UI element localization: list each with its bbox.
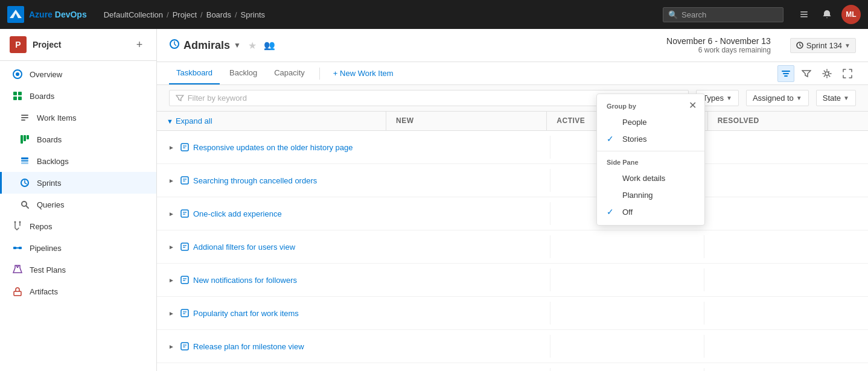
breadcrumb-item-3[interactable]: Sprints xyxy=(241,10,265,19)
sidebar-add-button[interactable]: + xyxy=(132,37,147,52)
main-layout: P Project + Overview Boards xyxy=(0,29,868,371)
work-item-title-0[interactable]: Responsive updates on the older history … xyxy=(193,143,353,152)
sidebar-item-workitems[interactable]: Work Items xyxy=(0,107,156,128)
expand-icon-1[interactable]: ► xyxy=(167,176,176,185)
cell-active-3 xyxy=(550,235,705,258)
sidebar-label-workitems: Work Items xyxy=(37,113,77,122)
sidebar-item-overview[interactable]: Overview xyxy=(0,63,156,85)
table-row: ► Searching through cancelled orders xyxy=(157,164,868,197)
settings-button[interactable] xyxy=(819,65,835,82)
user-avatar[interactable]: ML xyxy=(841,5,861,24)
sprint-dropdown-chevron[interactable]: ▼ xyxy=(234,41,241,49)
svg-rect-37 xyxy=(181,144,188,151)
sidebar-item-sprints[interactable]: Sprints xyxy=(0,172,156,194)
sprint-days-remaining: 6 work days remaining xyxy=(666,46,771,54)
expand-icon-2[interactable]: ► xyxy=(167,209,176,218)
group-by-button[interactable] xyxy=(777,65,794,82)
project-name: Project xyxy=(33,40,61,49)
expand-icon-5[interactable]: ► xyxy=(167,308,176,318)
work-item-title-4[interactable]: New notifications for followers xyxy=(193,276,297,285)
notification-icon[interactable] xyxy=(819,6,835,23)
work-item-title-6[interactable]: Release plan for milestone view xyxy=(193,342,304,351)
tab-taskboard[interactable]: Taskboard xyxy=(169,62,220,84)
side-pane-planning-label: Planning xyxy=(622,191,653,200)
cell-resolved-2 xyxy=(704,202,858,225)
fullscreen-button[interactable] xyxy=(839,65,856,82)
side-pane-work-details-item[interactable]: Work details xyxy=(597,170,704,186)
tab-bar: Taskboard Backlog Capacity + New Work It… xyxy=(157,62,868,85)
group-by-people-check xyxy=(607,117,616,127)
testplans-icon xyxy=(11,264,24,276)
cell-new-4 xyxy=(396,268,550,291)
svg-rect-9 xyxy=(13,97,17,100)
topbar-icon-group: ML xyxy=(796,5,861,24)
expand-icon-6[interactable]: ► xyxy=(167,341,176,351)
group-by-people-item[interactable]: People xyxy=(597,113,704,130)
breadcrumb-item-1[interactable]: Project xyxy=(173,10,197,19)
list-icon[interactable] xyxy=(796,6,812,23)
sidebar-label-testplans: Test Plans xyxy=(30,265,66,274)
state-filter-chip[interactable]: State ▼ xyxy=(816,90,856,106)
state-filter-label: State xyxy=(823,94,841,103)
pipelines-icon xyxy=(11,242,24,254)
work-item-cells-7 xyxy=(396,368,858,371)
assigned-to-chevron-icon: ▼ xyxy=(796,95,802,101)
sprint-selector[interactable]: Sprint 134 ▼ xyxy=(790,38,856,53)
table-row: ► Responsive updates on the older histor… xyxy=(157,131,868,164)
search-box[interactable]: 🔍 xyxy=(663,7,783,22)
tab-backlog[interactable]: Backlog xyxy=(222,62,264,84)
svg-rect-2 xyxy=(800,11,808,13)
sidebar-item-repos[interactable]: Repos xyxy=(0,215,156,237)
expand-icon-4[interactable]: ► xyxy=(167,275,176,285)
dropdown-close-button[interactable]: ✕ xyxy=(685,98,700,112)
group-by-stories-item[interactable]: ✓ Stories xyxy=(597,130,704,147)
expand-all-button[interactable]: ▼ Expand all xyxy=(167,116,376,125)
work-item-title-1[interactable]: Searching through cancelled orders xyxy=(193,176,317,185)
svg-rect-14 xyxy=(21,135,23,144)
side-pane-off-item[interactable]: ✓ Off xyxy=(597,203,704,220)
sidebar-item-artifacts[interactable]: Artifacts xyxy=(0,281,156,302)
svg-point-6 xyxy=(16,72,19,76)
svg-rect-43 xyxy=(181,210,188,217)
sidebar-item-testplans[interactable]: Test Plans xyxy=(0,259,156,281)
side-pane-work-details-check xyxy=(607,173,616,183)
sidebar-item-queries[interactable]: Queries xyxy=(0,194,156,215)
work-item-title-3[interactable]: Addional filters for users view xyxy=(193,243,295,252)
tab-actions xyxy=(777,65,856,82)
new-work-item-button[interactable]: + New Work Item xyxy=(327,65,400,81)
new-work-item-label: + New Work Item xyxy=(333,69,394,78)
expand-icon-0[interactable]: ► xyxy=(167,142,176,152)
team-settings-icon[interactable]: 👥 xyxy=(264,40,275,51)
work-items-list: ► Responsive updates on the older histor… xyxy=(157,131,868,371)
types-chevron-icon: ▼ xyxy=(726,95,732,101)
expand-icon-3[interactable]: ► xyxy=(167,242,176,252)
app-logo[interactable]: Azure DevOps xyxy=(7,6,87,23)
sidebar-label-overview: Overview xyxy=(30,70,62,79)
assigned-to-filter-chip[interactable]: Assigned to ▼ xyxy=(746,90,809,106)
group-by-stories-label: Stories xyxy=(622,135,646,144)
svg-rect-52 xyxy=(181,309,188,317)
work-item-title-2[interactable]: One-click add experience xyxy=(193,209,282,218)
favorite-star-icon[interactable]: ★ xyxy=(248,40,257,51)
tab-capacity[interactable]: Capacity xyxy=(267,62,312,84)
work-item-type-icon-5 xyxy=(180,308,190,318)
work-item-left-2: ► One-click add experience xyxy=(167,209,396,218)
table-row: ► One-click add experience xyxy=(157,197,868,230)
search-input[interactable] xyxy=(681,10,772,19)
sprint-date-range: November 6 - November 13 xyxy=(666,36,771,46)
table-row: ► Release plan for milestone view xyxy=(157,330,868,363)
sidebar-item-pipelines[interactable]: Pipelines xyxy=(0,237,156,259)
breadcrumb-item-2[interactable]: Boards xyxy=(206,10,231,19)
filter-button[interactable] xyxy=(798,65,815,82)
breadcrumb-item-0[interactable]: DefaultCollection xyxy=(104,10,163,19)
table-row: ► Addional filters for users view xyxy=(157,230,868,264)
topbar: Azure DevOps DefaultCollection / Project… xyxy=(0,0,868,29)
cell-new-3 xyxy=(396,235,550,258)
sidebar-nav: Overview Boards Work Items xyxy=(0,61,156,305)
sidebar-item-boards[interactable]: Boards xyxy=(0,128,156,150)
side-pane-planning-item[interactable]: Planning xyxy=(597,186,704,203)
cell-new-5 xyxy=(396,302,550,325)
sidebar-item-backlogs[interactable]: Backlogs xyxy=(0,150,156,172)
sidebar-item-boards-group[interactable]: Boards xyxy=(0,85,156,107)
work-item-title-5[interactable]: Popularity chart for work items xyxy=(193,309,299,318)
